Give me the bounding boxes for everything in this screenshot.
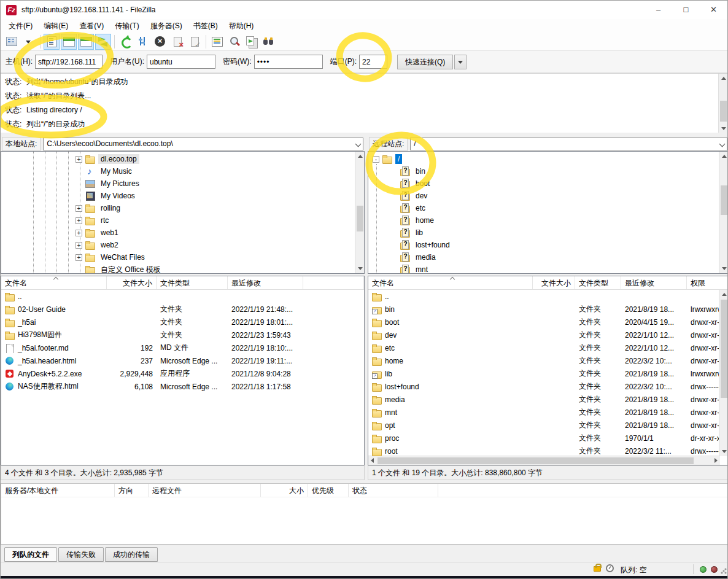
- queue-tab[interactable]: 传输失败: [58, 547, 104, 562]
- toggle-local-tree-button[interactable]: [61, 34, 77, 50]
- find-button[interactable]: [261, 34, 277, 50]
- menu-item[interactable]: 编辑(E): [38, 19, 74, 33]
- local-tree-item[interactable]: + rolling: [1, 202, 364, 214]
- column-header-priority[interactable]: 优先级: [308, 484, 349, 497]
- scrollbar-thumb[interactable]: [721, 185, 727, 215]
- quickconnect-dropdown-button[interactable]: [454, 55, 467, 69]
- port-input[interactable]: [359, 55, 387, 69]
- local-tree-item[interactable]: My Pictures: [1, 177, 364, 190]
- remote-file-row[interactable]: etc 文件夹 2022/1/10 12... drwxr-xr-x: [368, 341, 728, 354]
- process-queue-button[interactable]: [135, 34, 151, 50]
- reconnect-button[interactable]: [187, 34, 203, 50]
- column-header-server-local[interactable]: 服务器/本地文件: [1, 484, 115, 497]
- local-tree-item[interactable]: My Videos: [1, 190, 364, 202]
- remote-tree-item[interactable]: etc: [368, 202, 728, 214]
- tree-expander-icon[interactable]: -: [373, 156, 379, 163]
- scroll-up-icon[interactable]: [719, 77, 727, 86]
- local-file-row[interactable]: AnyDesk+5.2.2.exe 2,929,448 应用程序 2021/12…: [1, 367, 364, 380]
- queue-tab[interactable]: 列队的文件: [4, 547, 57, 562]
- column-header-size[interactable]: 大小: [261, 484, 308, 497]
- remote-site-combo[interactable]: /: [410, 138, 727, 150]
- site-manager-dropdown-button[interactable]: [21, 34, 37, 50]
- local-file-row[interactable]: ..: [1, 290, 364, 303]
- cancel-button[interactable]: [152, 34, 168, 50]
- column-header-status[interactable]: 状态: [349, 484, 438, 497]
- menu-item[interactable]: 服务器(S): [145, 19, 188, 33]
- scrollbar-thumb[interactable]: [721, 300, 727, 398]
- synchronized-browsing-button[interactable]: [244, 34, 260, 50]
- local-tree-item[interactable]: + dl.ecoo.top: [1, 153, 364, 165]
- remote-file-row[interactable]: boot 文件夹 2020/4/15 19... drwxr-xr-x: [368, 316, 728, 328]
- tree-expander-icon[interactable]: +: [76, 242, 82, 249]
- filter-button[interactable]: [227, 34, 242, 50]
- scroll-down-icon[interactable]: [355, 264, 365, 273]
- quickconnect-button[interactable]: 快速连接(Q): [397, 55, 453, 69]
- local-site-combo[interactable]: C:\Users\ecoo\Documents\dl.ecoo.top\: [43, 138, 363, 150]
- menu-item[interactable]: 文件(F): [3, 19, 38, 33]
- local-file-row[interactable]: _h5ai.footer.md 192 MD 文件 2022/1/19 18:1…: [1, 341, 364, 354]
- local-tree-item[interactable]: + rtc: [1, 214, 364, 227]
- scroll-down-icon[interactable]: [719, 447, 728, 456]
- tree-expander-icon[interactable]: +: [76, 254, 82, 261]
- menu-item[interactable]: 书签(B): [188, 19, 223, 33]
- remote-file-row[interactable]: bin 文件夹 2021/8/19 18... lrwxrwxrwx: [368, 303, 728, 316]
- remote-tree-item[interactable]: mnt: [368, 263, 728, 274]
- site-manager-button[interactable]: [4, 34, 20, 50]
- menu-item[interactable]: 传输(T): [109, 19, 144, 33]
- remote-file-row[interactable]: lib 文件夹 2021/8/19 18... lrwxrwxrwx: [368, 367, 728, 380]
- scrollbar-thumb[interactable]: [720, 101, 727, 122]
- local-tree-item[interactable]: 自定义 Office 模板: [1, 263, 364, 274]
- local-file-row[interactable]: Hi3798M固件 文件夹 2022/1/23 1:59:43: [1, 328, 364, 341]
- remote-file-row[interactable]: ..: [368, 290, 728, 303]
- toggle-remote-tree-button[interactable]: [78, 34, 94, 50]
- directory-compare-button[interactable]: [209, 34, 225, 50]
- scroll-down-icon[interactable]: [719, 264, 728, 273]
- column-header-size[interactable]: 文件大小: [533, 276, 575, 289]
- queue-tab[interactable]: 成功的传输: [105, 547, 158, 562]
- toggle-transfer-queue-button[interactable]: [95, 34, 111, 50]
- minimize-button[interactable]: –: [645, 1, 672, 19]
- remote-file-row[interactable]: opt 文件夹 2021/8/19 18... drwxr-xr-x: [368, 419, 728, 432]
- column-header-name[interactable]: 文件名: [368, 276, 533, 289]
- scroll-up-icon[interactable]: [355, 155, 365, 164]
- scroll-up-icon[interactable]: [719, 155, 728, 164]
- remote-file-row[interactable]: dev 文件夹 2022/1/10 12... drwxr-xr-x: [368, 328, 728, 341]
- local-tree-item[interactable]: My Music: [1, 165, 364, 177]
- local-file-row[interactable]: _h5ai 文件夹 2022/1/19 18:01:...: [1, 316, 364, 328]
- local-tree-scrollbar[interactable]: [355, 152, 364, 273]
- speed-gauge-icon[interactable]: [606, 564, 614, 572]
- column-header-type[interactable]: 文件类型: [575, 276, 621, 289]
- scroll-left-icon[interactable]: [368, 456, 378, 465]
- column-header-type[interactable]: 文件类型: [157, 276, 228, 289]
- password-input[interactable]: [254, 55, 323, 69]
- remote-file-row[interactable]: media 文件夹 2021/8/19 18... drwxr-xr-x: [368, 393, 728, 406]
- remote-file-row[interactable]: home 文件夹 2022/3/2 10:... drwxr-xr-x: [368, 354, 728, 367]
- remote-tree-item[interactable]: lost+found: [368, 239, 728, 251]
- tree-expander-icon[interactable]: +: [76, 205, 82, 212]
- remote-tree-item[interactable]: - /: [368, 153, 728, 165]
- scrollbar-thumb[interactable]: [378, 457, 694, 464]
- column-header-direction[interactable]: 方向: [115, 484, 149, 497]
- column-header-permissions[interactable]: 权限: [687, 276, 728, 289]
- remote-file-row[interactable]: root 文件夹 2022/3/2 11:... drwx------: [368, 445, 728, 456]
- username-input[interactable]: [147, 55, 215, 69]
- local-tree-item[interactable]: + WeChat Files: [1, 251, 364, 263]
- remote-tree-item[interactable]: dev: [368, 190, 728, 202]
- resize-grip[interactable]: [720, 567, 727, 575]
- local-file-row[interactable]: _h5ai.header.html 237 Microsoft Edge ...…: [1, 354, 364, 367]
- column-header-remote-file[interactable]: 远程文件: [149, 484, 261, 497]
- tree-expander-icon[interactable]: +: [76, 156, 82, 163]
- remote-tree-item[interactable]: boot: [368, 177, 728, 190]
- remote-tree-item[interactable]: lib: [368, 227, 728, 239]
- scrollbar-thumb[interactable]: [357, 206, 363, 231]
- remote-tree-item[interactable]: bin: [368, 165, 728, 177]
- chevron-down-icon[interactable]: [719, 142, 724, 147]
- column-header-name[interactable]: 文件名: [1, 276, 107, 289]
- host-input[interactable]: [35, 55, 103, 69]
- remote-file-row[interactable]: lost+found 文件夹 2022/3/2 10:... drwx-----…: [368, 380, 728, 393]
- close-button[interactable]: ✕: [700, 1, 727, 19]
- menu-item[interactable]: 帮助(H): [223, 19, 260, 33]
- remote-file-row[interactable]: mnt 文件夹 2021/8/19 18... drwxr-xr-x: [368, 406, 728, 419]
- tree-expander-icon[interactable]: +: [76, 230, 82, 236]
- local-tree-item[interactable]: + web1: [1, 227, 364, 239]
